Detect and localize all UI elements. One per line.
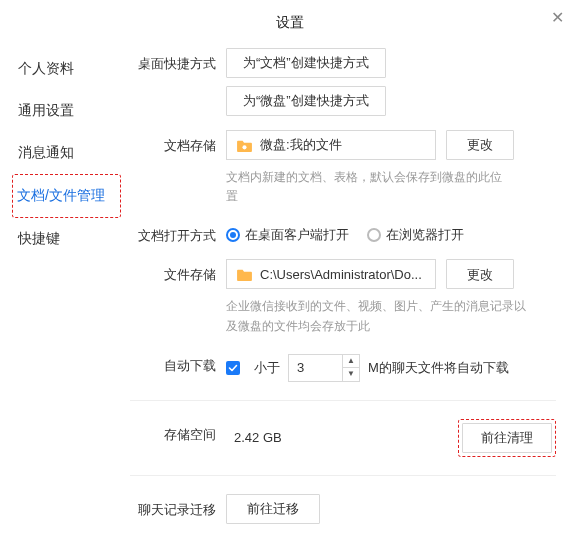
doc-storage-label: 文档存储 <box>130 130 216 155</box>
create-doc-shortcut-button[interactable]: 为“文档”创建快捷方式 <box>226 48 386 78</box>
open-mode-browser-radio[interactable]: 在浏览器打开 <box>367 226 464 244</box>
checkbox-checked-icon <box>226 361 240 375</box>
desktop-shortcut-label: 桌面快捷方式 <box>130 48 216 73</box>
window-title: 设置 <box>0 0 580 32</box>
file-storage-path: C:\Users\Administrator\Do... <box>260 267 422 282</box>
go-migrate-button[interactable]: 前往迁移 <box>226 494 320 524</box>
file-storage-label: 文件存储 <box>130 259 216 284</box>
sidebar-item-file-management[interactable]: 文档/文件管理 <box>12 174 121 218</box>
create-drive-shortcut-button[interactable]: 为“微盘”创建快捷方式 <box>226 86 386 116</box>
doc-storage-change-button[interactable]: 更改 <box>446 130 514 160</box>
radio-checked-icon <box>226 228 240 242</box>
open-mode-client-radio[interactable]: 在桌面客户端打开 <box>226 226 349 244</box>
open-mode-client-label: 在桌面客户端打开 <box>245 226 349 244</box>
file-storage-change-button[interactable]: 更改 <box>446 259 514 289</box>
auto-download-label: 自动下载 <box>130 350 216 375</box>
doc-storage-path-box[interactable]: 微盘:我的文件 <box>226 130 436 160</box>
open-mode-browser-label: 在浏览器打开 <box>386 226 464 244</box>
storage-space-label: 存储空间 <box>130 419 216 444</box>
cloud-folder-icon <box>237 139 252 152</box>
auto-download-suffix: M的聊天文件将自动下载 <box>368 359 509 377</box>
divider <box>130 400 556 401</box>
auto-download-size-value: 3 <box>289 360 342 375</box>
file-storage-path-box[interactable]: C:\Users\Administrator\Do... <box>226 259 436 289</box>
sidebar-item-notifications[interactable]: 消息通知 <box>18 132 130 174</box>
close-icon[interactable]: ✕ <box>551 10 564 26</box>
doc-storage-path: 微盘:我的文件 <box>260 136 342 154</box>
go-clean-button[interactable]: 前往清理 <box>462 423 552 453</box>
sidebar-item-shortcuts[interactable]: 快捷键 <box>18 218 130 260</box>
content-panel: 桌面快捷方式 为“文档”创建快捷方式 为“微盘”创建快捷方式 文档存储 <box>130 48 580 532</box>
stepper-down-icon[interactable]: ▼ <box>343 368 359 380</box>
doc-storage-hint: 文档内新建的文档、表格，默认会保存到微盘的此位置 <box>226 168 506 206</box>
sidebar-item-profile[interactable]: 个人资料 <box>18 48 130 90</box>
stepper-up-icon[interactable]: ▲ <box>343 355 359 368</box>
storage-space-value: 2.42 GB <box>226 430 366 445</box>
svg-point-0 <box>242 145 246 149</box>
highlight-box: 前往清理 <box>458 419 556 457</box>
radio-unchecked-icon <box>367 228 381 242</box>
file-storage-hint: 企业微信接收到的文件、视频、图片、产生的消息记录以及微盘的文件均会存放于此 <box>226 297 526 335</box>
auto-download-checkbox[interactable] <box>226 361 246 375</box>
open-mode-label: 文档打开方式 <box>130 220 216 245</box>
sidebar: 个人资料 通用设置 消息通知 文档/文件管理 快捷键 <box>0 48 130 532</box>
divider <box>130 475 556 476</box>
migrate-label: 聊天记录迁移 <box>130 494 216 519</box>
auto-download-size-stepper[interactable]: 3 ▲ ▼ <box>288 354 360 382</box>
auto-download-lessthan: 小于 <box>254 359 280 377</box>
sidebar-item-general[interactable]: 通用设置 <box>18 90 130 132</box>
folder-icon <box>237 268 252 281</box>
